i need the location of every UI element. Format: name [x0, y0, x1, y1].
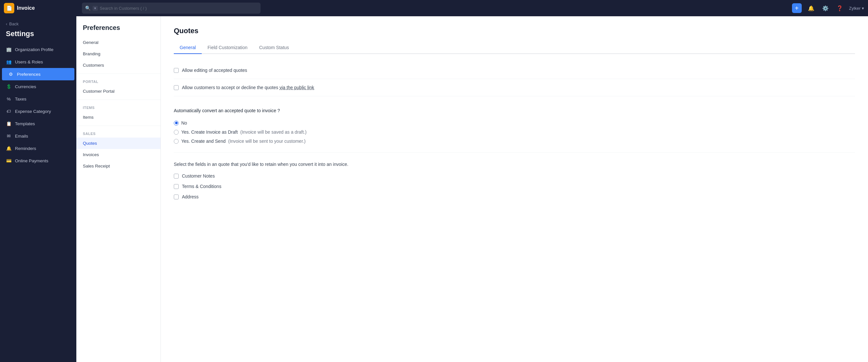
- public-link[interactable]: via the public link: [279, 85, 314, 90]
- mid-item-customers[interactable]: Customers: [76, 59, 160, 71]
- allow-customers-row: Allow customers to accept or decline the…: [174, 79, 855, 96]
- back-icon: ‹: [6, 22, 7, 26]
- tabs-bar: General Field Customization Custom Statu…: [174, 41, 855, 54]
- building-icon: 🏢: [6, 47, 12, 52]
- mid-item-invoices[interactable]: Invoices: [76, 149, 160, 160]
- radio-draft-label: Yes. Create Invoice as Draft: [181, 130, 238, 135]
- sales-section-label: SALES: [76, 129, 160, 138]
- search-input[interactable]: [100, 6, 257, 11]
- logo-icon: 📄: [4, 3, 14, 13]
- customer-notes-row: Customer Notes: [174, 171, 855, 181]
- mid-item-branding[interactable]: Branding: [76, 48, 160, 59]
- sidebar-item-currencies[interactable]: 💲 Currencies: [0, 80, 76, 93]
- sidebar-item-online-payments[interactable]: 💳 Online Payments: [0, 155, 76, 167]
- search-bar[interactable]: 🔍 ▾: [82, 3, 260, 13]
- sidebar: ‹ Back Settings 🏢 Organization Profile 👥…: [0, 16, 76, 362]
- sidebar-item-label: Templates: [15, 121, 35, 126]
- mid-panel: Preferences General Branding Customers P…: [76, 16, 161, 362]
- sidebar-title: Settings: [0, 28, 76, 43]
- radio-send-label: Yes. Create and Send: [181, 139, 225, 144]
- allow-editing-row: Allow editing of accepted quotes: [174, 62, 855, 79]
- topbar: 📄 Invoice 🔍 ▾ + 🔔 ⚙️ ❓ Zylker ▾: [0, 0, 868, 16]
- radio-send-hint: (Invoice will be sent to your customer.): [228, 139, 305, 144]
- radio-draft-row: Yes. Create Invoice as Draft (Invoice wi…: [174, 130, 855, 135]
- tag-icon: 🏷: [6, 108, 12, 114]
- items-section-label: ITEMS: [76, 103, 160, 112]
- chevron-down-icon: ▾: [862, 6, 864, 11]
- mail-icon: ✉: [6, 133, 12, 139]
- percent-icon: %: [6, 96, 12, 102]
- sidebar-item-taxes[interactable]: % Taxes: [0, 93, 76, 105]
- app-name: Invoice: [17, 5, 35, 11]
- content-area: Quotes General Field Customization Custo…: [161, 16, 868, 362]
- back-button[interactable]: ‹ Back: [0, 16, 76, 28]
- tab-field-customization[interactable]: Field Customization: [202, 41, 253, 54]
- sidebar-item-users-roles[interactable]: 👥 Users & Roles: [0, 56, 76, 68]
- bell-icon: 🔔: [6, 145, 12, 151]
- allow-customers-checkbox[interactable]: [174, 85, 179, 90]
- sidebar-item-reminders[interactable]: 🔔 Reminders: [0, 142, 76, 155]
- retain-fields-section: Select the fields in an quote that you'd…: [174, 155, 855, 202]
- sidebar-item-label: Taxes: [15, 96, 26, 102]
- address-row: Address: [174, 192, 855, 202]
- layout-icon: 📋: [6, 121, 12, 127]
- mid-item-customer-portal[interactable]: Customer Portal: [76, 86, 160, 97]
- sidebar-item-preferences[interactable]: ⚙ Preferences: [2, 68, 74, 80]
- terms-row: Terms & Conditions: [174, 181, 855, 192]
- sidebar-item-label: Online Payments: [15, 158, 49, 163]
- back-label: Back: [9, 22, 19, 26]
- mid-item-quotes[interactable]: Quotes: [76, 138, 160, 149]
- credit-card-icon: 💳: [6, 158, 12, 164]
- radio-no-row: No: [174, 120, 855, 126]
- mid-item-items[interactable]: Items: [76, 112, 160, 123]
- mid-panel-title: Preferences: [76, 16, 160, 37]
- radio-send-row: Yes. Create and Send (Invoice will be se…: [174, 139, 855, 144]
- sidebar-item-label: Reminders: [15, 146, 36, 151]
- allow-customers-label[interactable]: Allow customers to accept or decline the…: [182, 85, 314, 90]
- tab-custom-status[interactable]: Custom Status: [253, 41, 295, 54]
- auto-convert-label: Automatically convert an accepted quote …: [174, 102, 855, 114]
- sidebar-item-label: Currencies: [15, 84, 36, 89]
- sidebar-item-label: Preferences: [17, 72, 41, 77]
- address-checkbox[interactable]: [174, 195, 179, 199]
- allow-editing-label[interactable]: Allow editing of accepted quotes: [182, 68, 247, 73]
- help-button[interactable]: ❓: [835, 3, 845, 13]
- main-layout: ‹ Back Settings 🏢 Organization Profile 👥…: [0, 16, 868, 362]
- sidebar-item-templates[interactable]: 📋 Templates: [0, 117, 76, 130]
- radio-yes-draft[interactable]: [174, 130, 179, 135]
- terms-checkbox[interactable]: [174, 184, 179, 189]
- topbar-right: + 🔔 ⚙️ ❓ Zylker ▾: [792, 3, 864, 13]
- page-title: Quotes: [174, 27, 855, 35]
- sliders-icon: ⚙: [8, 71, 13, 77]
- notifications-button[interactable]: 🔔: [806, 3, 816, 13]
- radio-yes-send[interactable]: [174, 139, 179, 144]
- app-logo: 📄 Invoice: [4, 3, 79, 13]
- portal-section-label: PORTAL: [76, 77, 160, 86]
- dollar-icon: 💲: [6, 84, 12, 89]
- user-name: Zylker: [849, 6, 861, 11]
- user-menu[interactable]: Zylker ▾: [849, 6, 864, 11]
- settings-button[interactable]: ⚙️: [820, 3, 830, 13]
- radio-no-label: No: [181, 120, 187, 126]
- retain-label: Select the fields in an quote that you'd…: [174, 158, 855, 171]
- sidebar-item-emails[interactable]: ✉ Emails: [0, 130, 76, 142]
- tab-general[interactable]: General: [174, 41, 202, 54]
- sidebar-item-label: Organization Profile: [15, 47, 54, 52]
- auto-convert-section: Automatically convert an accepted quote …: [174, 96, 855, 149]
- customer-notes-checkbox[interactable]: [174, 174, 179, 178]
- radio-no[interactable]: [174, 121, 179, 126]
- mid-item-general[interactable]: General: [76, 37, 160, 48]
- sidebar-item-label: Expense Category: [15, 109, 51, 114]
- sidebar-item-organization-profile[interactable]: 🏢 Organization Profile: [0, 43, 76, 56]
- search-scope: ▾: [93, 6, 98, 11]
- sidebar-item-label: Emails: [15, 134, 28, 139]
- address-label: Address: [182, 194, 198, 199]
- mid-item-sales-receipt[interactable]: Sales Receipt: [76, 160, 160, 172]
- add-button[interactable]: +: [792, 3, 802, 13]
- sidebar-item-expense-category[interactable]: 🏷 Expense Category: [0, 105, 76, 117]
- users-icon: 👥: [6, 59, 12, 65]
- radio-group: No Yes. Create Invoice as Draft (Invoice…: [174, 114, 855, 149]
- search-icon: 🔍: [85, 5, 91, 11]
- customer-notes-label: Customer Notes: [182, 173, 215, 178]
- allow-editing-checkbox[interactable]: [174, 68, 179, 73]
